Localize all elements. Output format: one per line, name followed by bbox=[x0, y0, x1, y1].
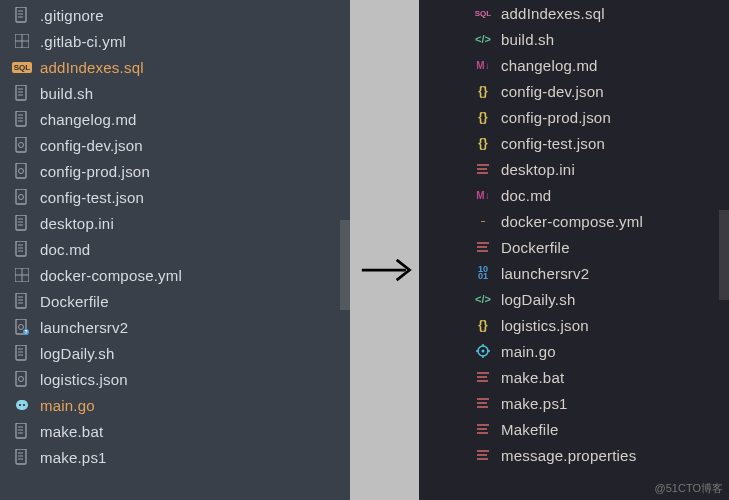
file-item[interactable]: Dockerfile bbox=[0, 288, 350, 314]
doc-icon bbox=[14, 241, 30, 257]
cfg-q-icon: ? bbox=[14, 319, 30, 335]
doc-icon bbox=[14, 449, 30, 465]
file-label: changelog.md bbox=[40, 112, 137, 127]
md-icon: M↓ bbox=[475, 187, 491, 203]
file-item[interactable]: make.bat bbox=[0, 418, 350, 444]
svg-point-48 bbox=[23, 404, 25, 406]
file-label: changelog.md bbox=[501, 58, 598, 73]
file-item[interactable]: {}logistics.json bbox=[419, 312, 729, 338]
code-icon: </> bbox=[475, 31, 491, 47]
svg-rect-15 bbox=[16, 137, 26, 152]
file-label: doc.md bbox=[501, 188, 551, 203]
svg-point-64 bbox=[482, 350, 485, 353]
file-label: config-prod.json bbox=[501, 110, 611, 125]
file-item[interactable]: Makefile bbox=[419, 416, 729, 442]
doc-icon bbox=[14, 423, 30, 439]
svg-text:?: ? bbox=[24, 329, 27, 335]
svg-point-16 bbox=[19, 143, 24, 148]
file-label: docker-compose.yml bbox=[501, 214, 643, 229]
svg-point-18 bbox=[19, 169, 24, 174]
file-label: config-dev.json bbox=[501, 84, 604, 99]
lines-icon bbox=[475, 395, 491, 411]
lines-icon bbox=[475, 447, 491, 463]
file-item[interactable]: changelog.md bbox=[0, 106, 350, 132]
file-label: main.go bbox=[40, 398, 95, 413]
file-label: Makefile bbox=[501, 422, 558, 437]
yml-icon: ~ bbox=[475, 213, 491, 229]
lines-icon bbox=[475, 161, 491, 177]
file-label: desktop.ini bbox=[501, 162, 575, 177]
file-item[interactable]: </>build.sh bbox=[419, 26, 729, 52]
doc-icon bbox=[14, 345, 30, 361]
file-item[interactable]: SQLaddIndexes.sql bbox=[0, 54, 350, 80]
file-item[interactable]: {}config-prod.json bbox=[419, 104, 729, 130]
file-panel-right: SQLaddIndexes.sql</>build.shM↓changelog.… bbox=[419, 0, 729, 500]
file-item[interactable]: main.go bbox=[419, 338, 729, 364]
file-item[interactable]: ?launchersrv2 bbox=[0, 314, 350, 340]
svg-rect-46 bbox=[16, 400, 28, 410]
file-item[interactable]: </>logDaily.sh bbox=[419, 286, 729, 312]
file-item[interactable]: M↓changelog.md bbox=[419, 52, 729, 78]
file-label: desktop.ini bbox=[40, 216, 114, 231]
file-item[interactable]: Dockerfile bbox=[419, 234, 729, 260]
file-item[interactable]: make.ps1 bbox=[0, 444, 350, 470]
braces-icon: {} bbox=[475, 109, 491, 125]
file-label: logistics.json bbox=[501, 318, 589, 333]
file-item[interactable]: doc.md bbox=[0, 236, 350, 262]
braces-icon: {} bbox=[475, 83, 491, 99]
file-label: launchersrv2 bbox=[501, 266, 589, 281]
scrollbar-thumb[interactable] bbox=[719, 210, 729, 300]
file-item[interactable]: .gitignore bbox=[0, 2, 350, 28]
file-item[interactable]: ~docker-compose.yml bbox=[419, 208, 729, 234]
svg-point-20 bbox=[19, 195, 24, 200]
file-label: logistics.json bbox=[40, 372, 128, 387]
lines-icon bbox=[475, 239, 491, 255]
file-item[interactable]: docker-compose.yml bbox=[0, 262, 350, 288]
file-item[interactable]: desktop.ini bbox=[0, 210, 350, 236]
file-item[interactable]: SQLaddIndexes.sql bbox=[419, 0, 729, 26]
file-item[interactable]: config-dev.json bbox=[0, 132, 350, 158]
svg-rect-44 bbox=[16, 371, 26, 386]
svg-rect-19 bbox=[16, 189, 26, 204]
svg-point-47 bbox=[19, 404, 21, 406]
doc-icon bbox=[14, 7, 30, 23]
file-item[interactable]: main.go bbox=[0, 392, 350, 418]
file-panel-left: .gitignore.gitlab-ci.ymlSQLaddIndexes.sq… bbox=[0, 0, 350, 500]
braces-icon: {} bbox=[475, 135, 491, 151]
file-item[interactable]: {}config-dev.json bbox=[419, 78, 729, 104]
file-label: message.properties bbox=[501, 448, 636, 463]
file-label: Dockerfile bbox=[501, 240, 570, 255]
file-item[interactable]: {}config-test.json bbox=[419, 130, 729, 156]
file-item[interactable]: make.ps1 bbox=[419, 390, 729, 416]
file-item[interactable]: build.sh bbox=[0, 80, 350, 106]
file-item[interactable]: config-prod.json bbox=[0, 158, 350, 184]
file-item[interactable]: message.properties bbox=[419, 442, 729, 468]
file-item[interactable]: 1001launchersrv2 bbox=[419, 260, 729, 286]
braces-icon: {} bbox=[475, 317, 491, 333]
file-item[interactable]: .gitlab-ci.yml bbox=[0, 28, 350, 54]
scrollbar-thumb[interactable] bbox=[340, 220, 350, 310]
file-label: logDaily.sh bbox=[501, 292, 575, 307]
lines-icon bbox=[475, 421, 491, 437]
file-item[interactable]: M↓doc.md bbox=[419, 182, 729, 208]
table-icon bbox=[14, 33, 30, 49]
file-label: make.ps1 bbox=[501, 396, 568, 411]
file-label: make.bat bbox=[40, 424, 103, 439]
file-label: addIndexes.sql bbox=[40, 60, 144, 75]
watermark: @51CTO博客 bbox=[655, 481, 723, 496]
file-label: .gitignore bbox=[40, 8, 104, 23]
file-label: config-prod.json bbox=[40, 164, 150, 179]
file-label: make.bat bbox=[501, 370, 564, 385]
file-item[interactable]: logistics.json bbox=[0, 366, 350, 392]
cfg-icon bbox=[14, 189, 30, 205]
file-item[interactable]: desktop.ini bbox=[419, 156, 729, 182]
file-item[interactable]: make.bat bbox=[419, 364, 729, 390]
file-label: build.sh bbox=[501, 32, 554, 47]
binary-icon: 1001 bbox=[475, 265, 491, 281]
file-label: config-test.json bbox=[501, 136, 605, 151]
file-item[interactable]: config-test.json bbox=[0, 184, 350, 210]
doc-icon bbox=[14, 215, 30, 231]
file-label: make.ps1 bbox=[40, 450, 107, 465]
doc-icon bbox=[14, 293, 30, 309]
file-item[interactable]: logDaily.sh bbox=[0, 340, 350, 366]
